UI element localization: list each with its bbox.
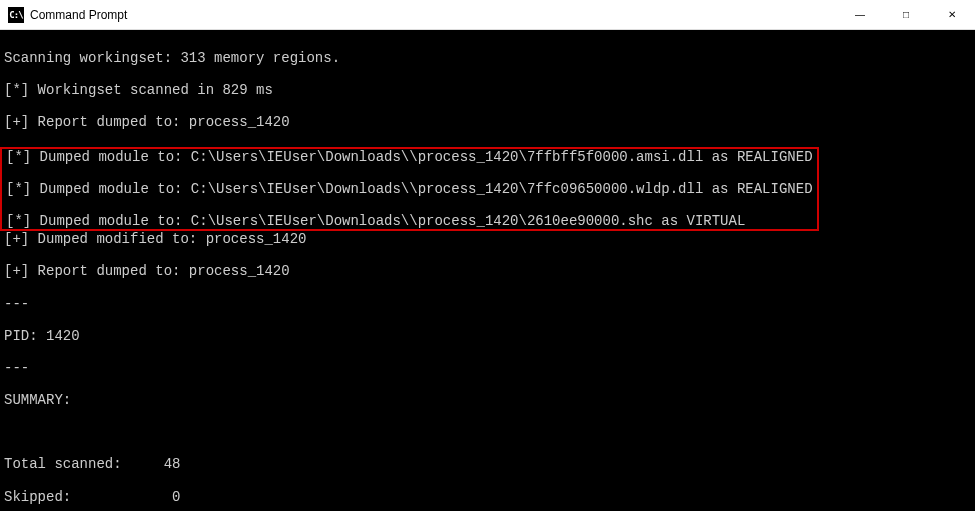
output-line: [*] Dumped module to: C:\Users\IEUser\Do… (6, 149, 813, 165)
close-button[interactable]: ✕ (929, 0, 975, 29)
output-line: --- (4, 360, 975, 376)
stat-label: Total scanned: (4, 456, 164, 472)
stat-value: 0 (172, 489, 180, 505)
blank-line (4, 424, 975, 440)
stat-label: Skipped: (4, 489, 172, 505)
stat-row: Total scanned: 48 (4, 456, 975, 472)
output-line: [*] Dumped module to: C:\Users\IEUser\Do… (6, 213, 813, 229)
titlebar[interactable]: C:\ Command Prompt — □ ✕ (0, 0, 975, 30)
stat-value: 48 (164, 456, 181, 472)
output-line: [+] Report dumped to: process_1420 (4, 114, 975, 130)
output-line: Scanning workingset: 313 memory regions. (4, 50, 975, 66)
pid-line: PID: 1420 (4, 328, 975, 344)
window-controls: — □ ✕ (837, 0, 975, 29)
output-line: [+] Report dumped to: process_1420 (4, 263, 975, 279)
minimize-button[interactable]: — (837, 0, 883, 29)
output-line: [*] Dumped module to: C:\Users\IEUser\Do… (6, 181, 813, 197)
highlighted-dump-lines: [*] Dumped module to: C:\Users\IEUser\Do… (0, 147, 819, 231)
window-title: Command Prompt (30, 8, 837, 22)
output-line: --- (4, 296, 975, 312)
stat-row: Skipped: 0 (4, 489, 975, 505)
command-prompt-window: C:\ Command Prompt — □ ✕ Scanning workin… (0, 0, 975, 511)
cmd-icon: C:\ (8, 7, 24, 23)
summary-header: SUMMARY: (4, 392, 975, 408)
output-line: [+] Dumped modified to: process_1420 (4, 231, 975, 247)
maximize-button[interactable]: □ (883, 0, 929, 29)
terminal-output[interactable]: Scanning workingset: 313 memory regions.… (0, 30, 975, 511)
output-line: [*] Workingset scanned in 829 ms (4, 82, 975, 98)
